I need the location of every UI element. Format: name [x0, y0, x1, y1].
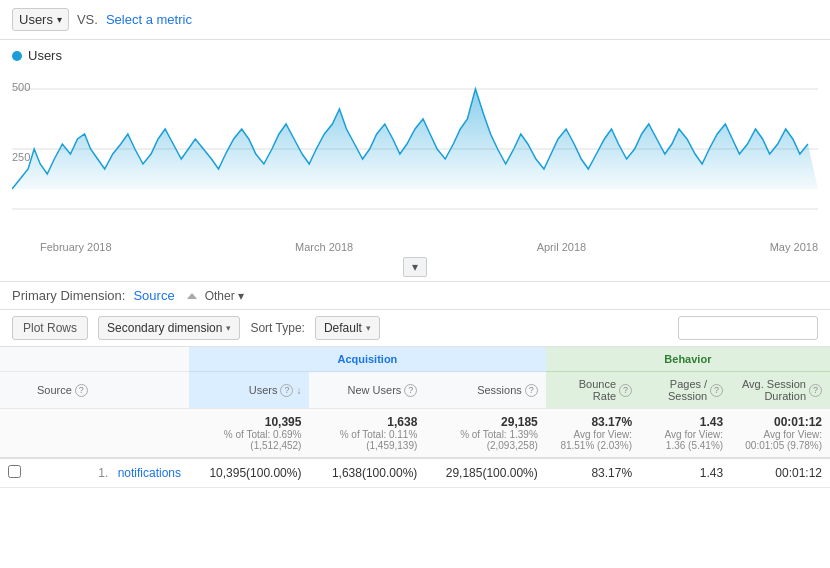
x-label-mar: March 2018	[295, 241, 353, 253]
primary-dimension-other-label: Other	[205, 289, 235, 303]
row-1-new-users: 1,638(100.00%)	[309, 458, 425, 488]
th-sessions[interactable]: Sessions ?	[425, 372, 545, 409]
row-1-bounce-rate: 83.17%	[546, 458, 640, 488]
metric-dropdown[interactable]: Users ▾	[12, 8, 69, 31]
table-controls: Plot Rows Secondary dimension ▾ Sort Typ…	[0, 310, 830, 347]
total-bounce-rate: 83.17% Avg for View: 81.51% (2.03%)	[546, 409, 640, 459]
y-axis-500: 500	[12, 81, 30, 93]
th-new-users[interactable]: New Users ?	[309, 372, 425, 409]
vs-label: VS.	[77, 12, 98, 27]
chart-scroll-indicator: ▾	[12, 257, 818, 277]
row-1-avg-session: 00:01:12	[731, 458, 830, 488]
secondary-dimension-caret: ▾	[226, 323, 231, 333]
total-users: 10,395 % of Total: 0.69% (1,512,452)	[189, 409, 309, 459]
total-pages-session: 1.43 Avg for View: 1.36 (5.41%)	[640, 409, 731, 459]
th-users[interactable]: Users ? ↓	[189, 372, 309, 409]
users-help-icon[interactable]: ?	[280, 384, 293, 397]
th-source-label[interactable]: Source ?	[29, 372, 189, 409]
row-1-checkbox[interactable]	[0, 458, 29, 488]
dimension-bar: Primary Dimension: Source Other ▾	[0, 281, 830, 310]
chart-legend: Users	[12, 48, 818, 63]
sort-default-dropdown[interactable]: Default ▾	[315, 316, 380, 340]
new-users-help-icon[interactable]: ?	[404, 384, 417, 397]
metric-dropdown-arrow: ▾	[57, 14, 62, 25]
y-axis-250: 250	[12, 151, 30, 163]
chart-area: Users 500 250 February 2018 March 2018 A…	[0, 40, 830, 277]
select-metric-link[interactable]: Select a metric	[106, 12, 192, 27]
bounce-rate-help-icon[interactable]: ?	[619, 384, 632, 397]
row-1-pages-session: 1.43	[640, 458, 731, 488]
row-1-users: 10,395(100.00%)	[189, 458, 309, 488]
row-1-sessions: 29,185(100.00%)	[425, 458, 545, 488]
users-sort-arrow: ↓	[296, 385, 301, 396]
secondary-dimension-dropdown[interactable]: Secondary dimension ▾	[98, 316, 240, 340]
chart-container: 500 250	[12, 79, 818, 239]
total-new-users: 1,638 % of Total: 0.11% (1,459,139)	[309, 409, 425, 459]
sort-type-label: Sort Type:	[250, 321, 304, 335]
avg-session-help-icon[interactable]: ?	[809, 384, 822, 397]
total-sessions: 29,185 % of Total: 1.39% (2,093,258)	[425, 409, 545, 459]
th-avg-session[interactable]: Avg. Session Duration ?	[731, 372, 830, 409]
metric-label: Users	[19, 12, 53, 27]
source-help-icon[interactable]: ?	[75, 384, 88, 397]
chart-legend-label: Users	[28, 48, 62, 63]
th-bounce-rate[interactable]: Bounce Rate ?	[546, 372, 640, 409]
th-acquisition-group: Acquisition	[189, 347, 546, 372]
th-source	[29, 347, 189, 372]
row-1-source-cell: 1. notifications	[29, 458, 189, 488]
row-1-source-link[interactable]: notifications	[118, 466, 181, 480]
row-1-checkbox-input[interactable]	[8, 465, 21, 478]
other-dropdown-caret: ▾	[238, 289, 244, 303]
total-avg-session: 00:01:12 Avg for View: 00:01:05 (9.78%)	[731, 409, 830, 459]
data-table: Acquisition Behavior Source ? Users ? ↓	[0, 347, 830, 488]
pages-session-help-icon[interactable]: ?	[710, 384, 723, 397]
secondary-dimension-label: Secondary dimension	[107, 321, 222, 335]
x-axis: February 2018 March 2018 April 2018 May …	[12, 239, 818, 257]
primary-dimension-source[interactable]: Source	[133, 288, 174, 303]
sort-default-label: Default	[324, 321, 362, 335]
total-row: 10,395 % of Total: 0.69% (1,512,452) 1,6…	[0, 409, 830, 459]
total-checkbox	[0, 409, 29, 459]
legend-dot	[12, 51, 22, 61]
th-behavior-group: Behavior	[546, 347, 830, 372]
total-source-cell	[29, 409, 189, 459]
primary-dimension-label: Primary Dimension:	[12, 288, 125, 303]
top-controls: Users ▾ VS. Select a metric	[0, 0, 830, 40]
th-checkbox	[0, 347, 29, 372]
plot-rows-button[interactable]: Plot Rows	[12, 316, 88, 340]
chart-svg	[12, 79, 818, 219]
x-label-apr: April 2018	[537, 241, 587, 253]
primary-dimension-other-dropdown[interactable]: Other ▾	[205, 289, 244, 303]
x-label-feb: February 2018	[40, 241, 112, 253]
table-row: 1. notifications 10,395(100.00%) 1,638(1…	[0, 458, 830, 488]
sort-default-caret: ▾	[366, 323, 371, 333]
table-search-input[interactable]	[678, 316, 818, 340]
x-label-may: May 2018	[770, 241, 818, 253]
th-checkbox-2	[0, 372, 29, 409]
dimension-up-arrow	[187, 293, 197, 299]
sessions-help-icon[interactable]: ?	[525, 384, 538, 397]
chart-scroll-button[interactable]: ▾	[403, 257, 427, 277]
th-pages-session[interactable]: Pages / Session ?	[640, 372, 731, 409]
